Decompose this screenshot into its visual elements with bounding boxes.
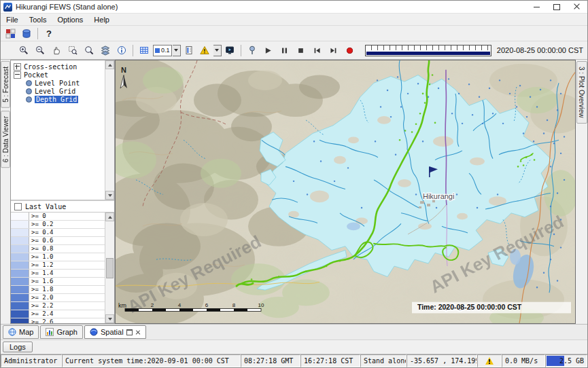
pan-button[interactable] bbox=[48, 43, 65, 58]
legend-row[interactable]: >= 1.2 bbox=[11, 261, 105, 270]
animation-display-button[interactable] bbox=[222, 43, 238, 58]
legend-row[interactable]: >= 0.8 bbox=[11, 245, 105, 253]
layers-button[interactable] bbox=[97, 43, 114, 58]
zoom-in-icon bbox=[19, 45, 29, 55]
expand-icon[interactable] bbox=[14, 63, 21, 71]
svg-text:10: 10 bbox=[258, 302, 264, 308]
tab-map[interactable]: Map bbox=[3, 325, 39, 339]
class-break-select[interactable]: 0.1 bbox=[153, 45, 172, 56]
legend-row[interactable]: >= 1.0 bbox=[11, 253, 105, 261]
tree-item-pocket[interactable]: Pocket bbox=[11, 71, 105, 79]
status-bar: Administrator Current system time:2020-0… bbox=[1, 354, 587, 367]
scroll-down-icon[interactable] bbox=[105, 191, 114, 200]
main-toolbar: ? bbox=[1, 26, 587, 41]
stop-icon bbox=[296, 46, 305, 55]
legend-label: >= 1.8 bbox=[29, 286, 54, 293]
legend-row[interactable]: >= 0.4 bbox=[11, 229, 105, 237]
help-button[interactable]: ? bbox=[41, 26, 57, 41]
side-tab-data-viewer[interactable]: 6 : Data Viewer bbox=[1, 111, 10, 168]
record-button[interactable] bbox=[342, 43, 358, 58]
explorer-button[interactable] bbox=[2, 26, 18, 41]
zoom-in-button[interactable] bbox=[16, 43, 32, 58]
scroll-up-icon[interactable] bbox=[105, 60, 114, 69]
zoom-box-icon bbox=[68, 45, 77, 55]
last-value-checkbox[interactable] bbox=[14, 203, 22, 210]
zoom-box-button[interactable] bbox=[65, 43, 81, 58]
stop-button[interactable] bbox=[293, 43, 309, 58]
legend-label: >= 1.2 bbox=[29, 261, 54, 269]
database-button[interactable] bbox=[18, 26, 35, 41]
legend-row[interactable]: >= 1.6 bbox=[11, 278, 105, 286]
pause-button[interactable] bbox=[277, 43, 293, 58]
legend-row[interactable]: >= 1.4 bbox=[11, 270, 105, 278]
legend-swatch bbox=[11, 261, 29, 269]
legend-header: Last Value bbox=[11, 201, 114, 213]
minimize-button[interactable] bbox=[526, 1, 547, 13]
side-tab-plot-overview[interactable]: 3 : Plot Overview bbox=[576, 61, 587, 124]
legend-label: >= 2.4 bbox=[29, 310, 54, 318]
step-forward-button[interactable] bbox=[326, 43, 342, 58]
map-canvas[interactable]: Hikurangi Springs Flat API Key Required … bbox=[115, 60, 576, 324]
menu-file[interactable]: File bbox=[1, 15, 24, 24]
menu-tools[interactable]: Tools bbox=[24, 15, 52, 24]
thresholds-dropdown[interactable] bbox=[213, 45, 222, 56]
close-panel-icon[interactable] bbox=[135, 329, 141, 335]
tree-item-depth-grid[interactable]: Depth Grid bbox=[11, 95, 105, 103]
scale-unit-label: km bbox=[118, 302, 126, 309]
info-button[interactable] bbox=[114, 43, 130, 58]
thresholds-button[interactable] bbox=[197, 43, 213, 58]
legend-row[interactable]: >= 1.8 bbox=[11, 286, 105, 294]
left-panel: Cross-section Pocket Level Point Level G… bbox=[10, 60, 115, 324]
class-break-value: 0.1 bbox=[161, 47, 170, 54]
tree-item-level-grid[interactable]: Level Grid bbox=[11, 87, 105, 95]
scroll-down-icon[interactable] bbox=[105, 314, 114, 323]
menu-help[interactable]: Help bbox=[88, 15, 115, 24]
legend-label: >= 0.4 bbox=[29, 229, 54, 236]
tree-item-level-point[interactable]: Level Point bbox=[11, 79, 105, 87]
legend-row[interactable]: >= 0.2 bbox=[11, 221, 105, 229]
legend-swatch bbox=[11, 213, 29, 220]
tree-item-cross-section[interactable]: Cross-section bbox=[11, 62, 105, 71]
class-break-swatch bbox=[155, 48, 160, 53]
side-tab-forecast[interactable]: 5 : Forecast bbox=[1, 61, 10, 108]
marker-drop-button[interactable] bbox=[244, 43, 260, 58]
zoom-extent-button[interactable] bbox=[81, 43, 97, 58]
title-bar: Hikurangi FEWS (Stand alone) bbox=[1, 1, 587, 14]
legend-row[interactable]: >= 2.6 bbox=[11, 318, 105, 323]
legend-row[interactable]: >= 0.6 bbox=[11, 237, 105, 245]
tab-spatial[interactable]: Spatial bbox=[84, 325, 146, 339]
timeline-slider[interactable] bbox=[365, 45, 491, 56]
step-back-button[interactable] bbox=[309, 43, 326, 58]
pause-icon bbox=[280, 46, 289, 55]
legend-row[interactable]: >= 0 bbox=[11, 213, 105, 221]
right-tab-strip: 3 : Plot Overview bbox=[576, 60, 587, 324]
play-button[interactable] bbox=[260, 43, 277, 58]
menu-options[interactable]: Options bbox=[52, 15, 88, 24]
zoom-out-button[interactable] bbox=[32, 43, 48, 58]
application-window: Hikurangi FEWS (Stand alone) File Tools … bbox=[0, 0, 588, 368]
tab-graph[interactable]: Graph bbox=[40, 325, 83, 339]
legend-swatch bbox=[11, 270, 29, 277]
maximize-button[interactable] bbox=[547, 1, 567, 13]
scroll-thumb[interactable] bbox=[106, 258, 114, 278]
class-break-dropdown[interactable] bbox=[173, 45, 181, 56]
layer-dot-icon bbox=[26, 80, 32, 86]
display-icon bbox=[225, 45, 235, 55]
legend-scrollbar[interactable] bbox=[105, 213, 114, 323]
grid-display-button[interactable] bbox=[136, 43, 152, 58]
zoom-extent-icon bbox=[84, 45, 94, 55]
status-warning[interactable] bbox=[477, 354, 502, 367]
legend-row[interactable]: >= 2.0 bbox=[11, 294, 105, 302]
legend-row[interactable]: >= 2.4 bbox=[11, 310, 105, 318]
logs-button[interactable]: Logs bbox=[3, 342, 33, 352]
float-panel-icon[interactable] bbox=[126, 329, 133, 335]
legend-row[interactable]: >= 2.2 bbox=[11, 302, 105, 310]
scroll-up-icon[interactable] bbox=[105, 213, 114, 221]
profile-button[interactable] bbox=[181, 43, 197, 58]
step-back-icon bbox=[313, 46, 322, 55]
timeline-band bbox=[366, 52, 490, 55]
close-button[interactable] bbox=[567, 1, 587, 13]
tree-scrollbar[interactable] bbox=[105, 60, 114, 200]
collapse-icon[interactable] bbox=[14, 71, 21, 79]
legend-swatch bbox=[11, 253, 29, 261]
